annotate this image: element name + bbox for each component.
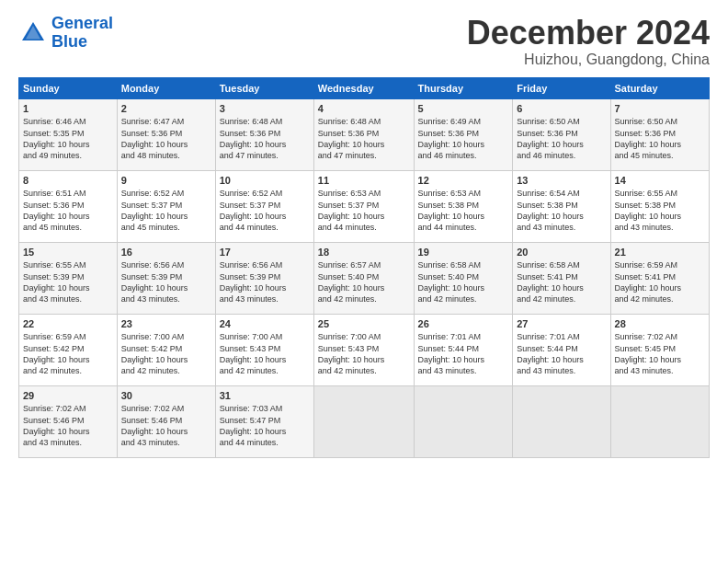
day-info: and 45 minutes.	[615, 151, 674, 160]
day-cell: 21Sunrise: 6:59 AMSunset: 5:41 PMDayligh…	[610, 242, 709, 314]
day-info: Daylight: 10 hours	[615, 140, 682, 149]
day-info: Sunrise: 6:53 AM	[318, 189, 381, 198]
day-info: Sunrise: 7:00 AM	[220, 332, 283, 341]
day-info: Sunset: 5:38 PM	[615, 201, 677, 210]
day-info: Sunset: 5:42 PM	[23, 344, 85, 353]
col-sunday: Sunday	[19, 77, 118, 98]
title-block: December 2024 Huizhou, Guangdong, China	[467, 15, 710, 68]
day-info: Sunset: 5:46 PM	[23, 416, 85, 425]
day-info: Sunrise: 7:00 AM	[121, 332, 185, 341]
day-number: 14	[615, 174, 705, 188]
day-cell: 22Sunrise: 6:59 AMSunset: 5:42 PMDayligh…	[19, 314, 118, 385]
day-number: 17	[220, 246, 310, 259]
day-info: and 42 minutes.	[615, 294, 674, 304]
day-info: Daylight: 10 hours	[318, 355, 385, 364]
day-cell: 14Sunrise: 6:55 AMSunset: 5:38 PMDayligh…	[610, 170, 709, 242]
day-number: 19	[418, 246, 509, 259]
day-info: and 42 minutes.	[121, 366, 180, 375]
day-number: 29	[23, 389, 113, 403]
day-number: 2	[121, 102, 211, 116]
day-cell: 2Sunrise: 6:47 AMSunset: 5:36 PMDaylight…	[117, 98, 215, 170]
day-info: Sunset: 5:46 PM	[121, 416, 183, 425]
day-info: Sunset: 5:37 PM	[220, 201, 281, 210]
day-number: 5	[418, 102, 509, 116]
day-info: Daylight: 10 hours	[517, 212, 584, 221]
day-number: 1	[23, 102, 113, 116]
day-info: Daylight: 10 hours	[23, 212, 90, 221]
day-number: 30	[121, 389, 211, 403]
col-saturday: Saturday	[610, 77, 709, 98]
day-info: Sunrise: 6:55 AM	[23, 260, 86, 270]
day-number: 3	[220, 102, 310, 116]
day-number: 22	[23, 317, 113, 331]
day-info: Sunrise: 6:52 AM	[220, 189, 283, 198]
day-cell: 24Sunrise: 7:00 AMSunset: 5:43 PMDayligh…	[215, 314, 313, 385]
day-cell: 19Sunrise: 6:58 AMSunset: 5:40 PMDayligh…	[414, 242, 513, 314]
day-info: Sunset: 5:44 PM	[517, 344, 578, 353]
day-info: and 42 minutes.	[318, 294, 377, 304]
day-number: 28	[615, 317, 705, 331]
week-row-3: 22Sunrise: 6:59 AMSunset: 5:42 PMDayligh…	[19, 314, 710, 385]
day-info: Sunrise: 7:02 AM	[23, 404, 86, 413]
day-info: Daylight: 10 hours	[220, 283, 287, 293]
day-info: Sunrise: 7:01 AM	[418, 332, 482, 341]
day-info: Sunset: 5:38 PM	[517, 201, 578, 210]
day-info: and 42 minutes.	[23, 366, 82, 375]
day-info: Sunset: 5:36 PM	[517, 129, 578, 138]
day-info: Sunrise: 6:59 AM	[615, 260, 678, 270]
day-cell: 6Sunrise: 6:50 AMSunset: 5:36 PMDaylight…	[513, 98, 610, 170]
day-number: 23	[121, 317, 211, 331]
col-thursday: Thursday	[414, 77, 513, 98]
day-info: Sunset: 5:40 PM	[318, 272, 380, 282]
day-cell: 25Sunrise: 7:00 AMSunset: 5:43 PMDayligh…	[313, 314, 414, 385]
day-number: 18	[318, 246, 410, 259]
day-info: Sunrise: 6:58 AM	[517, 260, 580, 270]
day-info: and 43 minutes.	[517, 223, 575, 232]
day-info: Daylight: 10 hours	[23, 140, 90, 149]
day-cell: 7Sunrise: 6:50 AMSunset: 5:36 PMDaylight…	[610, 98, 709, 170]
day-info: and 46 minutes.	[517, 151, 575, 160]
month-title: December 2024	[467, 15, 710, 52]
day-info: Daylight: 10 hours	[121, 283, 188, 293]
location-title: Huizhou, Guangdong, China	[467, 52, 710, 68]
day-info: Daylight: 10 hours	[318, 140, 385, 149]
day-info: Sunset: 5:43 PM	[318, 344, 380, 353]
day-cell: 8Sunrise: 6:51 AMSunset: 5:36 PMDaylight…	[19, 170, 118, 242]
day-number: 4	[318, 102, 410, 116]
day-info: Sunrise: 6:51 AM	[23, 189, 86, 198]
day-info: Sunset: 5:40 PM	[418, 272, 480, 282]
day-cell: 20Sunrise: 6:58 AMSunset: 5:41 PMDayligh…	[513, 242, 610, 314]
day-cell: 27Sunrise: 7:01 AMSunset: 5:44 PMDayligh…	[513, 314, 610, 385]
day-info: Daylight: 10 hours	[23, 427, 90, 436]
page: General Blue December 2024 Huizhou, Guan…	[0, 0, 728, 563]
day-cell: 5Sunrise: 6:49 AMSunset: 5:36 PMDaylight…	[414, 98, 513, 170]
day-number: 21	[615, 246, 705, 259]
day-number: 11	[318, 174, 410, 188]
day-cell: 23Sunrise: 7:00 AMSunset: 5:42 PMDayligh…	[117, 314, 215, 385]
day-cell	[414, 385, 513, 457]
day-info: Sunrise: 6:52 AM	[121, 189, 185, 198]
day-info: Sunrise: 6:56 AM	[220, 260, 283, 270]
day-info: Daylight: 10 hours	[517, 283, 584, 293]
day-info: Sunrise: 6:54 AM	[517, 189, 580, 198]
day-info: Sunrise: 6:48 AM	[318, 117, 381, 126]
day-number: 13	[517, 174, 606, 188]
day-info: Sunset: 5:37 PM	[121, 201, 183, 210]
day-info: Daylight: 10 hours	[418, 212, 485, 221]
day-info: Sunrise: 6:58 AM	[418, 260, 482, 270]
day-info: Daylight: 10 hours	[318, 212, 385, 221]
day-cell: 4Sunrise: 6:48 AMSunset: 5:36 PMDaylight…	[313, 98, 414, 170]
day-cell: 17Sunrise: 6:56 AMSunset: 5:39 PMDayligh…	[215, 242, 313, 314]
day-cell: 1Sunrise: 6:46 AMSunset: 5:35 PMDaylight…	[19, 98, 118, 170]
day-info: Sunset: 5:41 PM	[615, 272, 677, 282]
day-info: Sunrise: 6:49 AM	[418, 117, 482, 126]
week-row-2: 15Sunrise: 6:55 AMSunset: 5:39 PMDayligh…	[19, 242, 710, 314]
day-info: and 42 minutes.	[220, 366, 279, 375]
day-info: Sunset: 5:36 PM	[318, 129, 380, 138]
day-info: Daylight: 10 hours	[615, 212, 682, 221]
day-cell: 15Sunrise: 6:55 AMSunset: 5:39 PMDayligh…	[19, 242, 118, 314]
day-cell: 26Sunrise: 7:01 AMSunset: 5:44 PMDayligh…	[414, 314, 513, 385]
day-number: 31	[220, 389, 310, 403]
day-number: 27	[517, 317, 606, 331]
day-info: Sunset: 5:38 PM	[418, 201, 480, 210]
